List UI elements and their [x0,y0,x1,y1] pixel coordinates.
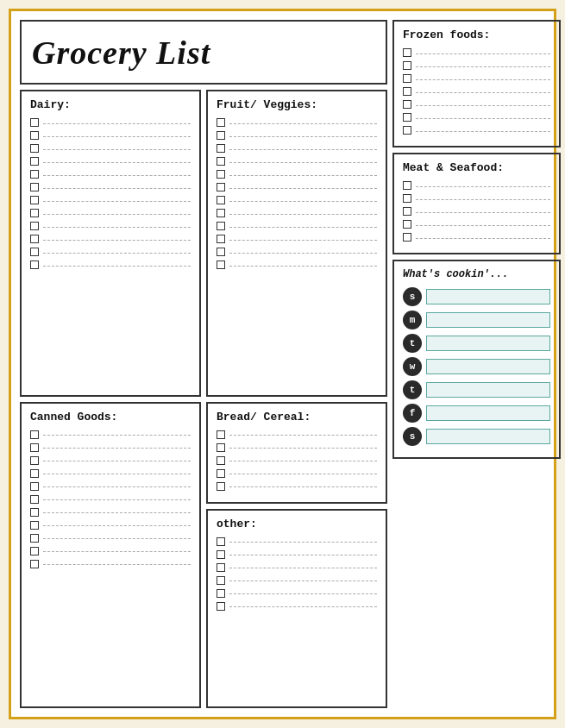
list-item[interactable] [30,482,191,491]
checkbox-icon[interactable] [403,100,411,109]
list-item[interactable] [403,61,550,70]
checkbox-icon[interactable] [217,430,225,439]
list-item[interactable] [30,430,191,439]
day-row[interactable]: f [403,404,550,423]
day-row[interactable]: t [403,334,550,353]
checkbox-icon[interactable] [217,144,225,153]
list-item[interactable] [30,209,191,217]
checkbox-icon[interactable] [30,222,39,230]
checkbox-icon[interactable] [403,61,411,70]
checkbox-icon[interactable] [30,547,39,555]
checkbox-icon[interactable] [30,144,39,153]
checkbox-icon[interactable] [217,602,225,611]
checkbox-icon[interactable] [30,534,39,543]
checkbox-icon[interactable] [217,183,225,191]
list-item[interactable] [217,589,377,598]
checkbox-icon[interactable] [403,48,411,57]
day-row[interactable]: t [403,380,550,399]
checkbox-icon[interactable] [403,233,411,242]
checkbox-icon[interactable] [217,550,225,559]
list-item[interactable] [30,248,191,256]
checkbox-icon[interactable] [217,563,225,572]
checkbox-icon[interactable] [30,560,39,568]
checkbox-icon[interactable] [30,131,39,140]
list-item[interactable] [30,235,191,243]
checkbox-icon[interactable] [30,235,39,243]
list-item[interactable] [403,87,550,96]
checkbox-icon[interactable] [217,118,225,127]
day-input-line[interactable] [426,405,550,421]
list-item[interactable] [217,482,377,491]
checkbox-icon[interactable] [30,196,39,204]
day-input-line[interactable] [426,429,550,444]
checkbox-icon[interactable] [30,209,39,217]
list-item[interactable] [403,233,550,242]
list-item[interactable] [217,537,377,546]
list-item[interactable] [217,196,377,204]
checkbox-icon[interactable] [403,87,411,96]
day-input-line[interactable] [426,382,550,398]
checkbox-icon[interactable] [403,113,411,122]
checkbox-icon[interactable] [217,469,225,478]
day-input-line[interactable] [426,336,550,351]
list-item[interactable] [217,469,377,478]
checkbox-icon[interactable] [30,248,39,256]
list-item[interactable] [30,456,191,465]
checkbox-icon[interactable] [30,183,39,191]
list-item[interactable] [217,235,377,243]
checkbox-icon[interactable] [30,469,39,478]
list-item[interactable] [217,183,377,191]
checkbox-icon[interactable] [30,157,39,166]
checkbox-icon[interactable] [403,194,411,203]
list-item[interactable] [403,181,550,190]
list-item[interactable] [30,183,191,191]
list-item[interactable] [403,220,550,229]
checkbox-icon[interactable] [217,576,225,585]
list-item[interactable] [30,469,191,478]
checkbox-icon[interactable] [403,207,411,216]
list-item[interactable] [30,547,191,555]
list-item[interactable] [403,113,550,122]
list-item[interactable] [30,534,191,543]
checkbox-icon[interactable] [217,157,225,166]
checkbox-icon[interactable] [217,260,225,269]
checkbox-icon[interactable] [217,222,225,230]
checkbox-icon[interactable] [30,456,39,465]
checkbox-icon[interactable] [217,482,225,491]
list-item[interactable] [217,443,377,452]
list-item[interactable] [30,157,191,166]
checkbox-icon[interactable] [403,74,411,83]
list-item[interactable] [403,207,550,216]
day-row[interactable]: s [403,287,550,306]
checkbox-icon[interactable] [217,537,225,546]
list-item[interactable] [217,131,377,140]
day-row[interactable]: w [403,357,550,376]
day-input-line[interactable] [426,359,550,374]
checkbox-icon[interactable] [30,508,39,517]
list-item[interactable] [403,194,550,203]
list-item[interactable] [30,144,191,153]
checkbox-icon[interactable] [217,443,225,452]
list-item[interactable] [30,443,191,452]
list-item[interactable] [217,576,377,585]
checkbox-icon[interactable] [30,260,39,269]
list-item[interactable] [217,550,377,559]
checkbox-icon[interactable] [30,482,39,491]
list-item[interactable] [403,100,550,109]
list-item[interactable] [217,430,377,439]
checkbox-icon[interactable] [30,521,39,530]
list-item[interactable] [30,495,191,504]
checkbox-icon[interactable] [217,248,225,256]
checkbox-icon[interactable] [217,235,225,243]
list-item[interactable] [30,560,191,568]
list-item[interactable] [217,456,377,465]
checkbox-icon[interactable] [403,126,411,135]
day-row[interactable]: s [403,427,550,446]
list-item[interactable] [217,209,377,217]
list-item[interactable] [403,74,550,83]
checkbox-icon[interactable] [217,131,225,140]
checkbox-icon[interactable] [217,456,225,465]
list-item[interactable] [30,196,191,204]
day-input-line[interactable] [426,312,550,328]
checkbox-icon[interactable] [30,118,39,127]
